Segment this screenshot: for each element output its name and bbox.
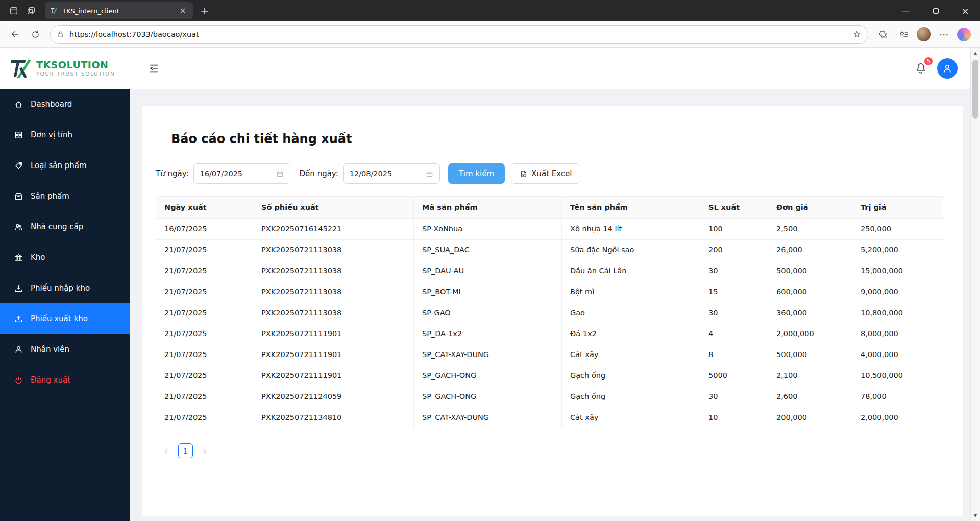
table-cell: 21/07/2025 <box>156 260 253 281</box>
workspaces-icon[interactable] <box>5 3 22 19</box>
new-tab-button[interactable]: + <box>196 2 213 19</box>
window-maximize-button[interactable] <box>921 0 950 21</box>
table-row: 21/07/2025PXK20250721124059SP_GACH-ONGGạ… <box>156 386 943 407</box>
table-cell: Dầu ăn Cái Lân <box>562 260 700 281</box>
browser-tab[interactable]: TKS_intern_client × <box>45 2 193 19</box>
window-minimize-button[interactable]: — <box>891 0 921 21</box>
table-row: 21/07/2025PXK20250721113038SP_DAU-AUDầu … <box>156 260 943 281</box>
favorites-bar-icon[interactable] <box>894 25 913 44</box>
address-bar[interactable]: https://localhost:7033/baocao/xuat <box>50 25 868 44</box>
table-cell: Xô nhựa 14 lít <box>562 219 700 240</box>
browser-menu-icon[interactable]: ⋯ <box>935 25 954 44</box>
tab-favicon <box>50 7 58 15</box>
table-cell: SP_GACH-ONG <box>414 386 562 407</box>
window-close-button[interactable]: × <box>950 0 980 21</box>
app-header: TKSOLUTION YOUR TRUST SOLUTION 5 <box>0 48 980 89</box>
column-header: Ngày xuất <box>156 197 253 219</box>
table-row: 16/07/2025PXK20250716145221SP-XoNhuaXô n… <box>156 219 943 240</box>
search-button[interactable]: Tìm kiếm <box>448 163 505 184</box>
url-text[interactable]: https://localhost:7033/baocao/xuat <box>69 30 848 38</box>
to-date-label: Đến ngày: <box>300 169 338 178</box>
table-cell: 2,100 <box>768 365 852 386</box>
table-cell: PXK20250721113038 <box>253 240 414 260</box>
page-scrollbar[interactable]: ▲ ▼ <box>970 48 980 521</box>
export-icon <box>14 315 23 323</box>
sidebar-item-label: Đăng xuất <box>31 375 70 385</box>
pagination-page-1[interactable]: 1 <box>178 443 193 458</box>
browser-profile-avatar[interactable] <box>917 27 931 41</box>
brand-logo: TKSOLUTION YOUR TRUST SOLUTION <box>0 58 130 79</box>
column-header: Số phiếu xuất <box>253 197 414 219</box>
table-cell: 500,000 <box>768 344 852 365</box>
copilot-icon[interactable] <box>957 28 971 41</box>
table-cell: 200 <box>700 240 768 260</box>
sidebar-item-san-pham[interactable]: Sản phẩm <box>0 181 130 211</box>
site-info-icon[interactable] <box>57 30 65 38</box>
table-cell: 26,000 <box>768 240 852 260</box>
appstore-icon <box>14 131 23 139</box>
table-cell: 2,500 <box>768 219 852 240</box>
table-cell: Bột mì <box>562 281 700 302</box>
scroll-up-icon[interactable]: ▲ <box>971 49 980 58</box>
table-cell: SP_DAU-AU <box>414 260 562 281</box>
table-cell: 21/07/2025 <box>156 344 253 365</box>
sidebar-item-phieu-xuat-kho[interactable]: Phiếu xuất kho <box>0 303 130 334</box>
tags-icon <box>14 161 23 170</box>
employee-icon <box>14 345 23 354</box>
table-cell: SP_CAT-XAY-DUNG <box>414 407 562 428</box>
pagination-prev-icon[interactable]: ‹ <box>161 446 171 456</box>
table-cell: 21/07/2025 <box>156 281 253 302</box>
back-icon[interactable] <box>5 25 24 44</box>
from-date-input[interactable]: 16/07/2025 <box>193 163 290 184</box>
product-icon <box>14 192 23 201</box>
page-title: Báo cáo chi tiết hàng xuất <box>171 132 942 146</box>
sidebar-item-label: Kho <box>31 253 45 262</box>
browser-window: TKS_intern_client × + — × https://localh… <box>0 0 980 521</box>
sidebar-item-loai-san-pham[interactable]: Loại sản phẩm <box>0 150 130 181</box>
sidebar-item-don-vi-tinh[interactable]: Đơn vị tính <box>0 120 130 150</box>
user-avatar-button[interactable] <box>937 58 958 79</box>
brand-tagline: YOUR TRUST SOLUTION <box>36 70 115 77</box>
table-cell: 30 <box>700 386 768 407</box>
tab-title: TKS_intern_client <box>62 7 173 15</box>
sidebar-item-dang-xuat[interactable]: Đăng xuất <box>0 365 130 395</box>
sidebar-item-kho[interactable]: Kho <box>0 242 130 273</box>
extensions-icon[interactable] <box>873 25 893 44</box>
sidebar-item-label: Sản phẩm <box>31 192 69 201</box>
scrollbar-thumb[interactable] <box>972 60 978 119</box>
table-cell: Đá 1x2 <box>562 323 700 344</box>
sidebar-item-phieu-nhap-kho[interactable]: Phiếu nhập kho <box>0 273 130 303</box>
sidebar-item-dashboard[interactable]: Dashboard <box>0 89 130 120</box>
pagination-next-icon[interactable]: › <box>200 446 210 456</box>
to-date-input[interactable]: 12/08/2025 <box>343 163 440 184</box>
bookmark-star-icon[interactable] <box>852 30 862 39</box>
table-cell: SP_CAT-XAY-DUNG <box>414 344 562 365</box>
notification-badge: 5 <box>923 56 934 66</box>
sidebar: Dashboard Đơn vị tính Loại sản phẩm Sản … <box>0 89 130 521</box>
table-cell: 15,000,000 <box>852 260 943 281</box>
table-cell: 4,000,000 <box>852 344 943 365</box>
report-table-body: 16/07/2025PXK20250716145221SP-XoNhuaXô n… <box>156 219 943 428</box>
sidebar-collapse-icon[interactable] <box>145 60 163 77</box>
refresh-icon[interactable] <box>26 25 45 44</box>
to-date-value: 12/08/2025 <box>350 170 393 178</box>
notification-icon[interactable]: 5 <box>913 60 929 77</box>
table-row: 21/07/2025PXK20250721113038SP_SUA_DACSữa… <box>156 240 943 260</box>
table-cell: 250,000 <box>852 219 943 240</box>
table-cell: SP_DA-1x2 <box>414 323 562 344</box>
export-excel-button[interactable]: Xuất Excel <box>511 163 580 184</box>
table-cell: 10,500,000 <box>852 365 943 386</box>
table-row: 21/07/2025PXK20250721111901SP_CAT-XAY-DU… <box>156 344 943 365</box>
table-cell: 2,000,000 <box>852 407 943 428</box>
table-cell: 5000 <box>700 365 768 386</box>
table-cell: 200,000 <box>768 407 852 428</box>
sidebar-item-nha-cung-cap[interactable]: Nhà cung cấp <box>0 211 130 242</box>
table-cell: 30 <box>700 260 768 281</box>
table-cell: 10,800,000 <box>852 302 943 323</box>
scroll-down-icon[interactable]: ▼ <box>971 511 980 520</box>
sidebar-item-nhan-vien[interactable]: Nhân viên <box>0 334 130 365</box>
table-cell: 4 <box>700 323 768 344</box>
table-cell: PXK20250721113038 <box>253 281 414 302</box>
tab-close-icon[interactable]: × <box>178 6 188 16</box>
tab-actions-icon[interactable] <box>22 3 40 19</box>
